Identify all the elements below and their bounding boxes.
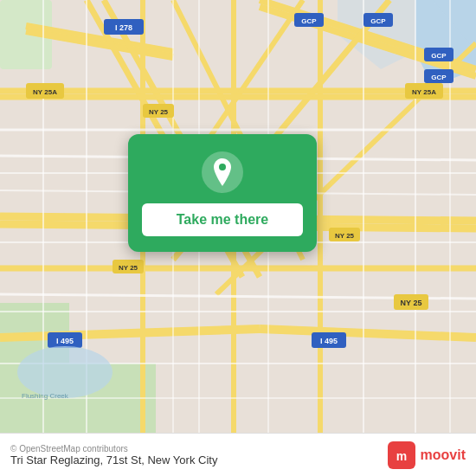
svg-text:I 495: I 495: [320, 337, 338, 345]
svg-text:GCP: GCP: [431, 52, 447, 60]
copyright-text: © OpenStreetMap contributors: [10, 444, 217, 453]
bottom-bar-info: © OpenStreetMap contributors Tri Star Re…: [10, 444, 217, 466]
svg-text:I 495: I 495: [56, 337, 74, 345]
bottom-bar: © OpenStreetMap contributors Tri Star Re…: [0, 433, 476, 476]
location-pin-icon: [210, 158, 235, 186]
svg-text:NY 25A: NY 25A: [412, 88, 436, 96]
svg-text:NY 25: NY 25: [401, 299, 422, 307]
svg-text:Flushing Creek: Flushing Creek: [22, 392, 69, 400]
svg-text:I 278: I 278: [115, 23, 132, 32]
location-card: Take me there: [128, 134, 317, 252]
svg-point-75: [219, 164, 226, 170]
svg-text:NY 25: NY 25: [119, 264, 138, 272]
moovit-text: moovit: [421, 447, 466, 463]
moovit-logo: m moovit: [388, 441, 466, 469]
svg-text:NY 25: NY 25: [149, 108, 169, 116]
svg-text:GCP: GCP: [301, 17, 317, 25]
location-label: Tri Star Reglazing, 71st St, New York Ci…: [10, 453, 217, 466]
svg-text:GCP: GCP: [431, 74, 447, 81]
take-me-there-button[interactable]: Take me there: [142, 203, 303, 236]
svg-text:NY 25: NY 25: [335, 232, 355, 240]
svg-text:GCP: GCP: [370, 17, 386, 25]
svg-point-73: [17, 346, 113, 398]
svg-text:m: m: [396, 449, 406, 463]
moovit-logo-icon: m: [388, 441, 415, 469]
pin-icon-container: [202, 151, 243, 193]
svg-text:NY 25A: NY 25A: [33, 88, 57, 96]
